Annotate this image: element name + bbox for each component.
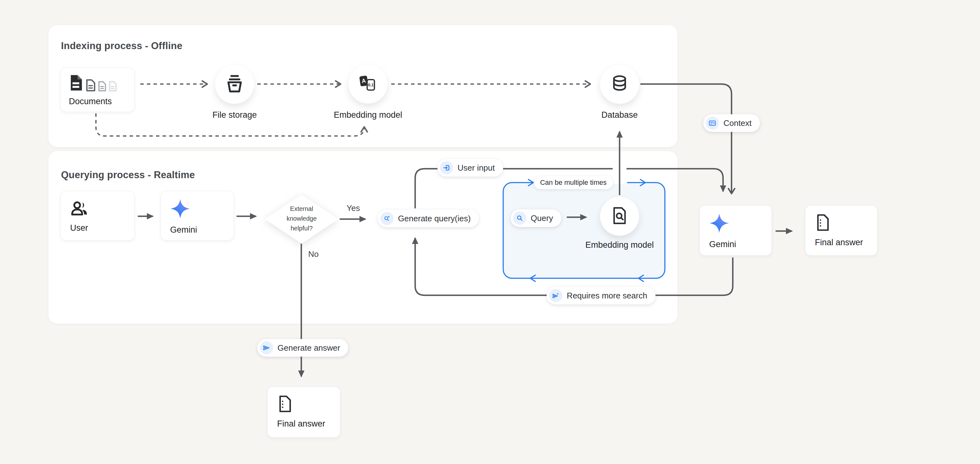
- embedding-model-offline-label: Embedding model: [315, 110, 422, 120]
- login-icon: [440, 161, 453, 174]
- can-be-multiple-times-pill: Can be multiple times: [534, 176, 613, 189]
- embedding-model-icon: A 0,1: [358, 74, 378, 94]
- decision-label: External knowledge helpful?: [280, 204, 324, 233]
- database-node: [600, 65, 639, 104]
- final-answer-right-label: Final answer: [815, 238, 877, 247]
- no-label: No: [308, 249, 318, 259]
- user-icon: [70, 212, 90, 218]
- final-answer-bottom-label: Final answer: [277, 419, 340, 429]
- gemini-answer-label: Gemini: [709, 239, 772, 249]
- context-badge: Context: [703, 114, 760, 132]
- generate-answer-label: Generate answer: [277, 343, 340, 353]
- generate-query-icon: [380, 212, 393, 225]
- context-label: Context: [723, 118, 752, 128]
- user-node: User: [60, 191, 135, 241]
- generate-answer-badge: Generate answer: [257, 339, 348, 357]
- document-icon: [277, 408, 293, 414]
- generate-queries-label: Generate query(ies): [398, 214, 471, 223]
- file-storage-label: File storage: [181, 110, 288, 120]
- context-icon: [706, 116, 719, 130]
- user-input-label: User input: [458, 163, 495, 173]
- final-answer-bottom-node: Final answer: [267, 387, 340, 438]
- gemini-star-icon: [709, 229, 729, 234]
- file-storage-icon: [224, 73, 245, 96]
- database-icon: [610, 74, 629, 95]
- document-search-icon: [611, 206, 628, 226]
- requires-more-search-label: Requires more search: [567, 291, 647, 301]
- gemini-star-icon: [170, 214, 190, 220]
- user-label: User: [70, 223, 134, 233]
- embedding-model-query-node: [600, 197, 639, 236]
- documents-label: Documents: [69, 97, 134, 107]
- send-icon: [260, 341, 273, 354]
- svg-text:0,1: 0,1: [368, 83, 374, 87]
- query-label: Query: [531, 214, 553, 223]
- documents-icon: [69, 74, 134, 92]
- gemini-node: Gemini: [161, 191, 234, 241]
- yes-label: Yes: [347, 203, 360, 213]
- can-be-multiple-times-label: Can be multiple times: [540, 179, 607, 187]
- generate-queries-pill: Generate query(ies): [378, 210, 479, 227]
- documents-node: Documents: [60, 67, 135, 112]
- search-icon: [513, 212, 527, 225]
- repeat-loop-box: [503, 179, 665, 281]
- user-input-badge: User input: [438, 159, 503, 177]
- embedding-model-offline-node: A 0,1: [348, 65, 387, 104]
- file-storage-node: [215, 65, 254, 104]
- send-spark-icon: [549, 289, 562, 302]
- requires-more-search-badge: Requires more search: [547, 287, 655, 305]
- final-answer-right-node: Final answer: [805, 205, 877, 256]
- embedding-model-query-label: Embedding model: [585, 239, 654, 252]
- document-icon: [815, 227, 830, 232]
- database-label: Database: [566, 110, 673, 120]
- gemini-answer-node: Gemini: [700, 205, 772, 256]
- diagram-page: { "colors": { "accent_blue": "#1a73e8", …: [0, 0, 980, 464]
- query-pill: Query: [511, 209, 562, 227]
- gemini-label: Gemini: [170, 225, 234, 235]
